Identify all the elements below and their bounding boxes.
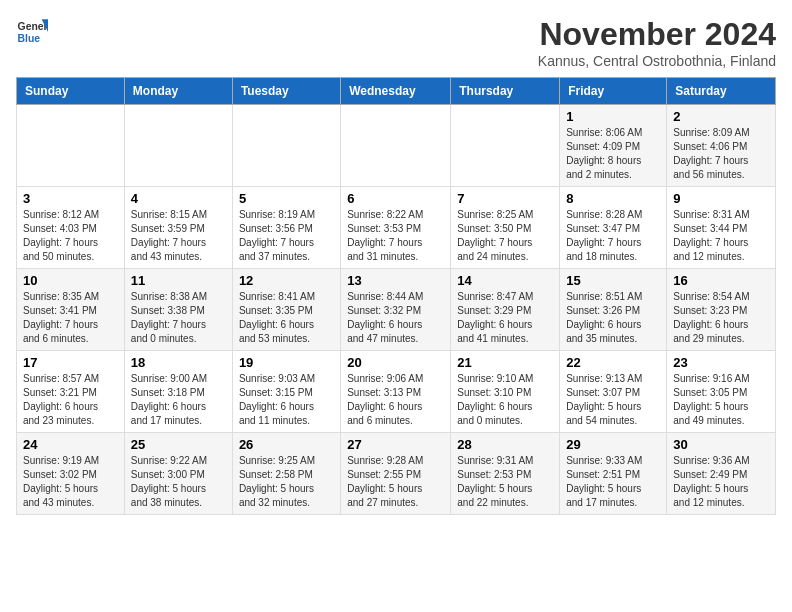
title-section: November 2024 Kannus, Central Ostrobothn…: [538, 16, 776, 69]
day-number: 22: [566, 355, 660, 370]
calendar-cell: 14Sunrise: 8:47 AM Sunset: 3:29 PM Dayli…: [451, 269, 560, 351]
day-number: 13: [347, 273, 444, 288]
day-number: 26: [239, 437, 334, 452]
calendar-cell: 5Sunrise: 8:19 AM Sunset: 3:56 PM Daylig…: [232, 187, 340, 269]
calendar-cell: 9Sunrise: 8:31 AM Sunset: 3:44 PM Daylig…: [667, 187, 776, 269]
svg-text:General: General: [18, 21, 48, 32]
day-info: Sunrise: 8:06 AM Sunset: 4:09 PM Dayligh…: [566, 126, 660, 182]
day-info: Sunrise: 8:41 AM Sunset: 3:35 PM Dayligh…: [239, 290, 334, 346]
svg-text:Blue: Blue: [18, 33, 41, 44]
day-info: Sunrise: 8:31 AM Sunset: 3:44 PM Dayligh…: [673, 208, 769, 264]
calendar-body: 1Sunrise: 8:06 AM Sunset: 4:09 PM Daylig…: [17, 105, 776, 515]
day-number: 15: [566, 273, 660, 288]
calendar-cell: 27Sunrise: 9:28 AM Sunset: 2:55 PM Dayli…: [341, 433, 451, 515]
day-number: 7: [457, 191, 553, 206]
day-info: Sunrise: 9:33 AM Sunset: 2:51 PM Dayligh…: [566, 454, 660, 510]
calendar-week-row: 10Sunrise: 8:35 AM Sunset: 3:41 PM Dayli…: [17, 269, 776, 351]
calendar-cell: 17Sunrise: 8:57 AM Sunset: 3:21 PM Dayli…: [17, 351, 125, 433]
calendar-cell: [451, 105, 560, 187]
day-header-tuesday: Tuesday: [232, 78, 340, 105]
day-info: Sunrise: 9:13 AM Sunset: 3:07 PM Dayligh…: [566, 372, 660, 428]
day-number: 20: [347, 355, 444, 370]
location-title: Kannus, Central Ostrobothnia, Finland: [538, 53, 776, 69]
day-number: 1: [566, 109, 660, 124]
header: General Blue November 2024 Kannus, Centr…: [16, 16, 776, 69]
day-header-thursday: Thursday: [451, 78, 560, 105]
day-number: 3: [23, 191, 118, 206]
day-info: Sunrise: 9:10 AM Sunset: 3:10 PM Dayligh…: [457, 372, 553, 428]
day-info: Sunrise: 9:25 AM Sunset: 2:58 PM Dayligh…: [239, 454, 334, 510]
calendar-cell: 10Sunrise: 8:35 AM Sunset: 3:41 PM Dayli…: [17, 269, 125, 351]
calendar-cell: 22Sunrise: 9:13 AM Sunset: 3:07 PM Dayli…: [560, 351, 667, 433]
day-info: Sunrise: 9:06 AM Sunset: 3:13 PM Dayligh…: [347, 372, 444, 428]
day-number: 14: [457, 273, 553, 288]
day-number: 16: [673, 273, 769, 288]
day-number: 19: [239, 355, 334, 370]
calendar-cell: 3Sunrise: 8:12 AM Sunset: 4:03 PM Daylig…: [17, 187, 125, 269]
calendar-cell: [232, 105, 340, 187]
day-info: Sunrise: 8:19 AM Sunset: 3:56 PM Dayligh…: [239, 208, 334, 264]
day-info: Sunrise: 9:00 AM Sunset: 3:18 PM Dayligh…: [131, 372, 226, 428]
calendar-cell: 25Sunrise: 9:22 AM Sunset: 3:00 PM Dayli…: [124, 433, 232, 515]
calendar-week-row: 1Sunrise: 8:06 AM Sunset: 4:09 PM Daylig…: [17, 105, 776, 187]
day-number: 21: [457, 355, 553, 370]
calendar-cell: [124, 105, 232, 187]
calendar-cell: 7Sunrise: 8:25 AM Sunset: 3:50 PM Daylig…: [451, 187, 560, 269]
day-info: Sunrise: 8:51 AM Sunset: 3:26 PM Dayligh…: [566, 290, 660, 346]
calendar-cell: 8Sunrise: 8:28 AM Sunset: 3:47 PM Daylig…: [560, 187, 667, 269]
day-info: Sunrise: 9:36 AM Sunset: 2:49 PM Dayligh…: [673, 454, 769, 510]
day-header-wednesday: Wednesday: [341, 78, 451, 105]
day-number: 8: [566, 191, 660, 206]
day-info: Sunrise: 8:22 AM Sunset: 3:53 PM Dayligh…: [347, 208, 444, 264]
calendar-cell: 6Sunrise: 8:22 AM Sunset: 3:53 PM Daylig…: [341, 187, 451, 269]
day-header-saturday: Saturday: [667, 78, 776, 105]
day-header-sunday: Sunday: [17, 78, 125, 105]
calendar-table: SundayMondayTuesdayWednesdayThursdayFrid…: [16, 77, 776, 515]
calendar-cell: 30Sunrise: 9:36 AM Sunset: 2:49 PM Dayli…: [667, 433, 776, 515]
calendar-cell: [341, 105, 451, 187]
calendar-week-row: 24Sunrise: 9:19 AM Sunset: 3:02 PM Dayli…: [17, 433, 776, 515]
day-info: Sunrise: 9:16 AM Sunset: 3:05 PM Dayligh…: [673, 372, 769, 428]
day-number: 11: [131, 273, 226, 288]
calendar-cell: 2Sunrise: 8:09 AM Sunset: 4:06 PM Daylig…: [667, 105, 776, 187]
day-number: 9: [673, 191, 769, 206]
calendar-cell: 18Sunrise: 9:00 AM Sunset: 3:18 PM Dayli…: [124, 351, 232, 433]
calendar-cell: [17, 105, 125, 187]
day-number: 18: [131, 355, 226, 370]
day-info: Sunrise: 8:35 AM Sunset: 3:41 PM Dayligh…: [23, 290, 118, 346]
calendar-cell: 1Sunrise: 8:06 AM Sunset: 4:09 PM Daylig…: [560, 105, 667, 187]
calendar-cell: 16Sunrise: 8:54 AM Sunset: 3:23 PM Dayli…: [667, 269, 776, 351]
day-number: 29: [566, 437, 660, 452]
day-info: Sunrise: 8:54 AM Sunset: 3:23 PM Dayligh…: [673, 290, 769, 346]
day-number: 6: [347, 191, 444, 206]
day-number: 12: [239, 273, 334, 288]
day-number: 23: [673, 355, 769, 370]
day-number: 27: [347, 437, 444, 452]
calendar-header-row: SundayMondayTuesdayWednesdayThursdayFrid…: [17, 78, 776, 105]
day-info: Sunrise: 9:31 AM Sunset: 2:53 PM Dayligh…: [457, 454, 553, 510]
day-info: Sunrise: 8:25 AM Sunset: 3:50 PM Dayligh…: [457, 208, 553, 264]
day-info: Sunrise: 9:28 AM Sunset: 2:55 PM Dayligh…: [347, 454, 444, 510]
calendar-cell: 19Sunrise: 9:03 AM Sunset: 3:15 PM Dayli…: [232, 351, 340, 433]
day-info: Sunrise: 8:09 AM Sunset: 4:06 PM Dayligh…: [673, 126, 769, 182]
day-number: 24: [23, 437, 118, 452]
day-info: Sunrise: 9:19 AM Sunset: 3:02 PM Dayligh…: [23, 454, 118, 510]
day-header-monday: Monday: [124, 78, 232, 105]
calendar-cell: 4Sunrise: 8:15 AM Sunset: 3:59 PM Daylig…: [124, 187, 232, 269]
calendar-cell: 12Sunrise: 8:41 AM Sunset: 3:35 PM Dayli…: [232, 269, 340, 351]
calendar-cell: 11Sunrise: 8:38 AM Sunset: 3:38 PM Dayli…: [124, 269, 232, 351]
calendar-cell: 23Sunrise: 9:16 AM Sunset: 3:05 PM Dayli…: [667, 351, 776, 433]
calendar-week-row: 17Sunrise: 8:57 AM Sunset: 3:21 PM Dayli…: [17, 351, 776, 433]
calendar-cell: 13Sunrise: 8:44 AM Sunset: 3:32 PM Dayli…: [341, 269, 451, 351]
calendar-week-row: 3Sunrise: 8:12 AM Sunset: 4:03 PM Daylig…: [17, 187, 776, 269]
day-header-friday: Friday: [560, 78, 667, 105]
day-number: 4: [131, 191, 226, 206]
logo-icon: General Blue: [16, 16, 48, 48]
day-number: 30: [673, 437, 769, 452]
day-number: 25: [131, 437, 226, 452]
day-info: Sunrise: 8:47 AM Sunset: 3:29 PM Dayligh…: [457, 290, 553, 346]
day-number: 2: [673, 109, 769, 124]
day-info: Sunrise: 9:03 AM Sunset: 3:15 PM Dayligh…: [239, 372, 334, 428]
calendar-cell: 26Sunrise: 9:25 AM Sunset: 2:58 PM Dayli…: [232, 433, 340, 515]
day-info: Sunrise: 9:22 AM Sunset: 3:00 PM Dayligh…: [131, 454, 226, 510]
